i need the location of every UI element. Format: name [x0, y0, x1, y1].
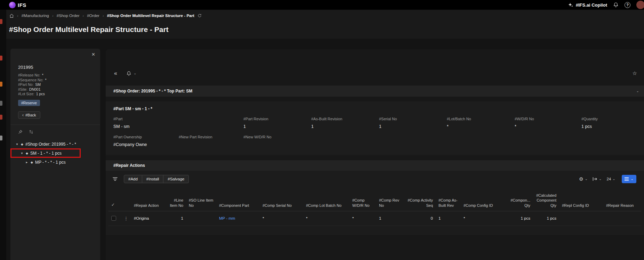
cell-calculated-component-qty: 1 pcs [533, 211, 559, 226]
part-fields-row2: #Part Ownership#Company Owne #New Part R… [106, 135, 644, 147]
field-value-part: SM - sm [113, 124, 243, 129]
add-button[interactable]: #Add [124, 175, 142, 183]
row-menu-header [121, 188, 131, 211]
page-size-value: 24 [606, 177, 611, 181]
goto-end-dropdown[interactable]: ⌄ [593, 177, 602, 181]
caret-down-icon[interactable]: ▾ [15, 142, 19, 146]
col-header-component-part[interactable]: #Component Part [216, 188, 260, 211]
part-card: #Part SM - sm - 1 - * #PartSM - sm #Part… [106, 101, 644, 155]
field-label: #New Part Revision [179, 135, 243, 139]
cell-so-line-item-no [186, 211, 216, 226]
avatar[interactable] [636, 1, 644, 9]
col-header-comp-as-built-rev[interactable]: #Comp As-Built Rev [436, 188, 461, 211]
close-icon[interactable]: ✕ [91, 52, 95, 57]
cell-component-qty: 1 pcs [508, 211, 533, 226]
detail-label: #Release No: [18, 73, 40, 78]
field-label: #Part Revision [243, 117, 311, 121]
field-value-serial-no: 1 [379, 124, 447, 129]
nav-fragment [0, 136, 2, 140]
field-value-new-part-revision [179, 142, 243, 147]
topbar: IFS #IFS.ai Copilot ? [0, 0, 644, 10]
copilot-label: #IFS.ai Copilot [576, 2, 607, 8]
col-header-comp-config-id[interactable]: #Comp Config ID [461, 188, 508, 211]
node-diamond-icon: ◆ [21, 143, 23, 146]
page-size-selector[interactable]: 24 ⌄ [606, 177, 615, 181]
filter-icon[interactable] [111, 176, 119, 182]
repair-actions-toolbar: #Add #Install #Salvage ⚙ ⌄ [106, 171, 644, 186]
breadcrumb-separator: › [82, 14, 84, 18]
cell-component-part-link[interactable]: MP - mm [219, 216, 235, 220]
favorite-star-icon[interactable]: ☆ [633, 70, 637, 76]
field-label: #Lot/Batch No [447, 117, 515, 121]
divider [10, 124, 100, 125]
nav-fragment [0, 101, 2, 106]
chevron-down-icon: ⌄ [599, 177, 602, 181]
caret-right-icon[interactable]: ▸ [25, 160, 29, 164]
col-header-comp-lot-batch-no[interactable]: #Comp Lot Batch No [303, 188, 349, 211]
repair-actions-title: #Repair Actions [113, 163, 145, 168]
chevron-down-icon: ⌄ [134, 72, 136, 75]
table-settings-dropdown[interactable]: ⚙ ⌄ [579, 177, 588, 181]
repair-actions-section: #Repair Actions #Add #Install #Salvage [106, 160, 644, 235]
bell-icon [126, 71, 131, 76]
node-diamond-icon: ◆ [31, 161, 33, 164]
detail-label: #Part No: [18, 82, 33, 87]
row-kebab-icon[interactable]: ⋮ [124, 216, 128, 221]
tree-node-mp[interactable]: ▸ ◆ MP - * - * - 1 pcs [13, 158, 92, 167]
back-button[interactable]: ‹ #Back [18, 111, 40, 119]
help-icon[interactable]: ? [625, 2, 630, 8]
expand-collapse-icon[interactable] [29, 130, 33, 134]
field-label: #Serial No [379, 117, 447, 121]
col-header-repair-reason[interactable]: #Repair Reason [603, 188, 641, 211]
col-header-so-line-item-no[interactable]: #SO Line Item No [186, 188, 216, 211]
list-icon [625, 177, 629, 181]
col-header-repair-action[interactable]: #Repair Action [131, 188, 163, 211]
table-row[interactable]: ⋮ #Origina 1 MP - mm * * * 1 0 1 * [108, 211, 641, 226]
col-header-repl-config-id[interactable]: #Repl Config ID [559, 188, 603, 211]
select-all-header[interactable]: ✓ [108, 188, 121, 211]
col-header-comp-wdr-no[interactable]: #Comp W/D/R No [349, 188, 376, 211]
alerts-dropdown[interactable]: ⌄ [126, 71, 136, 76]
install-button[interactable]: #Install [142, 175, 163, 183]
chevron-down-icon: ⌄ [612, 177, 615, 181]
cell-repair-reason [603, 211, 641, 226]
page-title: #Shop Order Multilevel Repair Structure … [0, 22, 644, 39]
col-header-comp-activity-seq[interactable]: #Comp Activity Seq [403, 188, 436, 211]
pin-icon[interactable] [18, 130, 23, 134]
detail-value: 1 pcs [36, 92, 45, 97]
cell-comp-serial-no: * [260, 211, 303, 226]
salvage-button[interactable]: #Salvage [163, 175, 189, 183]
breadcrumb-item-shop-order[interactable]: #Shop Order [57, 14, 80, 18]
breadcrumb-item-order[interactable]: #Order [87, 14, 99, 18]
tree-node-shop-order[interactable]: ▾ ◆ #Shop Order: 201995 - * - * [13, 140, 92, 149]
refresh-icon[interactable] [198, 14, 202, 18]
col-header-component-qty[interactable]: #Compon... Qty [508, 188, 533, 211]
col-header-line-item-no[interactable]: #Line Item No [163, 188, 186, 211]
field-label: #Quantity [581, 117, 636, 121]
main-content: « ⌄ ☆ #Shop Order: 201995 - * - * Top Pa… [106, 49, 644, 260]
list-view-toggle[interactable]: ⌄ [622, 175, 636, 183]
app-window: IFS #IFS.ai Copilot ? [0, 0, 644, 260]
row-checkbox[interactable] [111, 216, 116, 221]
gear-icon: ⚙ [579, 177, 583, 181]
notifications-bell-icon[interactable] [613, 2, 619, 8]
copilot-button[interactable]: #IFS.ai Copilot [568, 2, 607, 8]
breadcrumb-item-manufacturing[interactable]: #Manufacturing [22, 14, 49, 18]
caret-down-icon[interactable]: ▾ [20, 151, 24, 155]
cell-line-item-no: 1 [163, 211, 186, 226]
col-header-comp-rev-no[interactable]: #Comp Rev No [376, 188, 403, 211]
detail-label: #Sequence No: [18, 78, 43, 83]
col-header-calculated-component-qty[interactable]: #Calculated Component Qty [533, 188, 559, 211]
nav-rail [0, 10, 6, 260]
col-header-comp-serial-no[interactable]: #Comp Serial No [260, 188, 303, 211]
section-chevron-icon[interactable]: ⌄ [636, 89, 639, 93]
cell-comp-rev-no: 1 [376, 211, 403, 226]
collapse-panel-icon[interactable]: « [114, 71, 117, 76]
home-icon[interactable] [9, 14, 14, 18]
tree-node-sm[interactable]: ▾ ◆ SM - 1 - * - 1 pcs [13, 149, 92, 158]
structure-tree: ▾ ◆ #Shop Order: 201995 - * - * ▾ ◆ SM -… [13, 140, 92, 167]
reserve-button[interactable]: #Reserve [18, 100, 40, 106]
main-toolbar: « ⌄ ☆ [106, 67, 644, 80]
table-header-row: ✓ #Repair Action #Line Item No #SO Line … [108, 188, 641, 211]
check-icon: ✓ [111, 202, 115, 207]
